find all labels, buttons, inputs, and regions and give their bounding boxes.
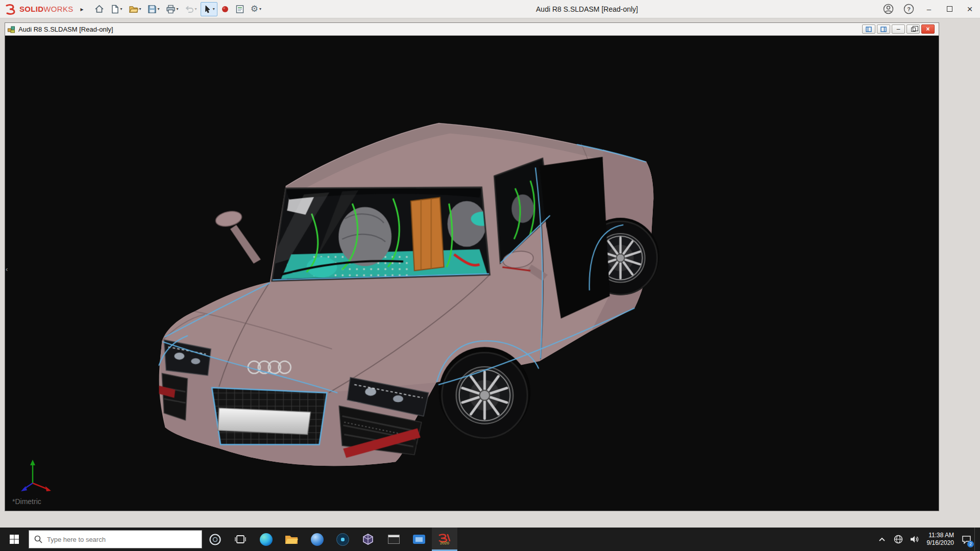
solidworks-logo: SOLIDWORKS bbox=[0, 4, 76, 15]
car-model[interactable] bbox=[5, 36, 939, 511]
dropdown-caret-icon[interactable]: ▾ bbox=[177, 7, 179, 11]
svg-text:?: ? bbox=[907, 6, 911, 12]
open-folder-icon bbox=[129, 5, 138, 14]
new-document-button[interactable]: ▾ bbox=[108, 2, 125, 16]
volume-button[interactable] bbox=[906, 528, 923, 551]
open-button[interactable]: ▾ bbox=[126, 2, 144, 16]
restore-icon bbox=[911, 28, 916, 32]
view-orientation-label: *Dimetric bbox=[12, 497, 41, 506]
network-button[interactable] bbox=[890, 528, 906, 551]
gear-icon: ⚙ bbox=[251, 5, 258, 13]
network-globe-icon bbox=[894, 535, 903, 544]
windshield[interactable] bbox=[268, 187, 494, 281]
pane-icon bbox=[866, 27, 872, 32]
taskbar-item-file-explorer[interactable] bbox=[279, 528, 304, 551]
undo-button[interactable]: ▾ bbox=[182, 2, 200, 16]
document-window: Audi R8 S.SLDASM [Read-only] – × bbox=[5, 22, 939, 511]
taskbar-item-edge[interactable] bbox=[253, 528, 279, 551]
design-report-button[interactable] bbox=[233, 2, 247, 16]
account-button[interactable] bbox=[878, 0, 898, 18]
orientation-triad bbox=[16, 457, 53, 495]
left-mirror[interactable] bbox=[214, 209, 261, 264]
maximize-icon bbox=[947, 6, 952, 12]
show-desktop-button[interactable] bbox=[974, 528, 978, 551]
minimize-button[interactable]: – bbox=[919, 0, 939, 18]
doc-minimize-button[interactable]: – bbox=[892, 24, 905, 34]
save-icon bbox=[148, 5, 157, 14]
chevron-up-icon bbox=[879, 537, 885, 541]
toolbar-expand-arrow[interactable]: ▸ bbox=[76, 6, 89, 13]
taskbar-item-cortana[interactable] bbox=[202, 528, 228, 551]
edge-icon bbox=[260, 533, 273, 546]
3ds-logo-icon bbox=[5, 4, 17, 15]
clock-time: 11:38 AM bbox=[927, 532, 954, 539]
doc-close-button[interactable]: × bbox=[921, 24, 935, 34]
dropdown-caret-icon[interactable]: ▾ bbox=[259, 7, 261, 11]
dropdown-caret-icon[interactable]: ▾ bbox=[213, 7, 215, 11]
home-button[interactable] bbox=[92, 2, 107, 16]
taskbar-item-photos[interactable] bbox=[330, 528, 355, 551]
close-button[interactable]: × bbox=[960, 0, 980, 18]
taskbar-item-solidworks[interactable]: 2020 bbox=[432, 528, 457, 551]
dropdown-caret-icon[interactable]: ▾ bbox=[195, 7, 197, 11]
front-grille[interactable] bbox=[210, 386, 329, 447]
front-wheel[interactable] bbox=[442, 353, 527, 438]
select-tool-button[interactable]: ▾ bbox=[201, 2, 217, 16]
taskbar-item-3d-viewer[interactable] bbox=[355, 528, 381, 551]
windows-taskbar: 2020 11:38 AM 9/16/2020 bbox=[0, 528, 980, 551]
speaker-icon bbox=[910, 535, 919, 543]
clock-date: 9/16/2020 bbox=[927, 539, 954, 547]
action-center-button[interactable]: 2 bbox=[958, 528, 974, 551]
select-arrow-icon bbox=[203, 5, 212, 14]
left-side-vent[interactable] bbox=[162, 373, 187, 420]
undo-icon bbox=[185, 5, 194, 14]
render-sphere-icon bbox=[221, 5, 229, 13]
search-icon bbox=[34, 535, 42, 543]
graphics-viewport[interactable]: *Dimetric ‹ bbox=[5, 36, 939, 511]
settings-button[interactable]: ⚙ ▾ bbox=[248, 2, 264, 16]
system-tray: 11:38 AM 9/16/2020 2 bbox=[874, 528, 980, 551]
file-explorer-icon bbox=[285, 534, 298, 545]
doc-restore-button[interactable] bbox=[906, 24, 920, 34]
search-input[interactable] bbox=[47, 536, 197, 543]
doc-pane-toggle-1-button[interactable] bbox=[862, 24, 875, 34]
render-sphere-button[interactable] bbox=[218, 2, 232, 16]
collapse-panel-chevron[interactable]: ‹ bbox=[6, 265, 8, 273]
notification-badge: 2 bbox=[967, 541, 974, 547]
taskbar-item-remote-desktop[interactable] bbox=[406, 528, 432, 551]
hidden-icons-button[interactable] bbox=[874, 528, 890, 551]
taskbar-item-task-view[interactable] bbox=[228, 528, 253, 551]
brand-works: WORKS bbox=[43, 5, 73, 13]
account-icon bbox=[883, 4, 894, 14]
taskbar-search-box[interactable] bbox=[29, 530, 202, 548]
titlebar-right-controls: ? – × bbox=[878, 0, 980, 18]
dropdown-caret-icon[interactable]: ▾ bbox=[139, 7, 141, 11]
solidworks-year-label: 2020 bbox=[440, 541, 449, 545]
print-icon bbox=[166, 5, 176, 14]
pane-icon bbox=[880, 27, 887, 32]
3d-viewer-icon bbox=[362, 533, 374, 545]
dropdown-caret-icon[interactable]: ▾ bbox=[120, 7, 122, 11]
windows-logo-icon bbox=[9, 534, 19, 544]
design-report-icon bbox=[235, 5, 244, 14]
assembly-icon bbox=[7, 25, 16, 33]
document-window-controls: – × bbox=[862, 24, 937, 34]
taskbar-item-command-prompt[interactable] bbox=[381, 528, 406, 551]
task-view-icon bbox=[234, 534, 247, 544]
save-button[interactable]: ▾ bbox=[145, 2, 162, 16]
doc-pane-toggle-2-button[interactable] bbox=[877, 24, 890, 34]
start-button[interactable] bbox=[0, 528, 29, 551]
maximize-button[interactable] bbox=[939, 0, 960, 18]
cortana-icon bbox=[209, 533, 222, 546]
dropdown-caret-icon[interactable]: ▾ bbox=[158, 7, 160, 11]
document-titlebar[interactable]: Audi R8 S.SLDASM [Read-only] – × bbox=[5, 23, 939, 36]
photos-icon bbox=[336, 533, 349, 546]
taskbar-item-browser[interactable] bbox=[304, 528, 330, 551]
window-title: Audi R8 S.SLDASM [Read-only] bbox=[536, 5, 638, 13]
taskbar-clock[interactable]: 11:38 AM 9/16/2020 bbox=[923, 532, 958, 547]
help-icon: ? bbox=[903, 4, 914, 14]
browser-icon bbox=[311, 533, 324, 546]
print-button[interactable]: ▾ bbox=[163, 2, 181, 16]
home-icon bbox=[94, 4, 104, 14]
help-button[interactable]: ? bbox=[898, 0, 919, 18]
